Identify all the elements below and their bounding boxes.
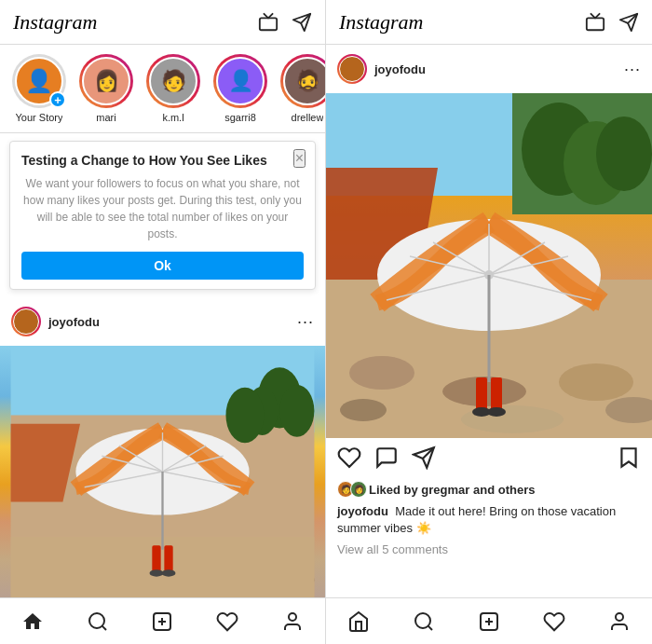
tv-icon-right[interactable] (585, 12, 605, 33)
right-post-avatar-ring (337, 54, 367, 84)
likes-notification-banner: × Testing a Change to How You See Likes … (9, 141, 316, 290)
left-post-avatar (13, 308, 39, 335)
svg-point-44 (349, 356, 414, 390)
nav-profile-right[interactable] (599, 607, 640, 637)
left-post-image (0, 346, 325, 597)
header-icons-left (258, 12, 312, 33)
story-label-mari: mari (96, 112, 115, 123)
right-share-icon[interactable] (412, 445, 436, 470)
left-bottom-nav (0, 597, 325, 644)
send-icon-right[interactable] (618, 12, 639, 33)
left-header: Instagram (0, 0, 325, 45)
svg-rect-60 (476, 377, 487, 410)
nav-search-left[interactable] (77, 607, 118, 637)
left-panel: Instagram (0, 0, 326, 644)
umbrella-svg-right (326, 93, 652, 438)
svg-point-27 (162, 569, 176, 576)
nav-add-right[interactable] (469, 607, 509, 637)
story-your-story[interactable]: 👤 + Your Story (11, 54, 67, 123)
banner-body: We want your followers to focus on what … (21, 175, 304, 242)
story-sgarri8[interactable]: 👤 sgarri8 (212, 54, 268, 123)
right-post-actions (326, 438, 652, 477)
svg-point-41 (596, 116, 652, 191)
nav-heart-left[interactable] (207, 607, 248, 637)
svg-marker-66 (621, 448, 635, 467)
svg-rect-24 (152, 545, 160, 571)
header-icons-right (585, 12, 639, 33)
banner-ok-button[interactable]: Ok (21, 252, 304, 280)
nav-add-left[interactable] (142, 607, 183, 637)
instagram-logo-right: Instagram (339, 10, 423, 34)
add-story-plus[interactable]: + (49, 91, 66, 108)
nav-home-left[interactable] (12, 607, 53, 637)
svg-point-67 (415, 613, 430, 628)
right-post-avatar (339, 56, 365, 82)
right-post-caption: joyofodu Made it out here! Bring on thos… (326, 501, 652, 541)
svg-point-63 (487, 407, 506, 417)
svg-point-28 (89, 613, 104, 628)
svg-rect-34 (587, 18, 604, 30)
tv-icon[interactable] (258, 12, 278, 33)
svg-rect-61 (491, 377, 502, 410)
svg-rect-0 (260, 18, 277, 30)
send-icon-left[interactable] (292, 12, 312, 33)
right-actions-left (337, 445, 436, 470)
right-post-user[interactable]: joyofodu (337, 54, 426, 84)
svg-point-11 (279, 385, 314, 437)
svg-point-47 (340, 399, 387, 421)
nav-profile-left[interactable] (272, 607, 313, 637)
right-save-icon[interactable] (617, 445, 641, 470)
banner-close-button[interactable]: × (293, 149, 306, 168)
left-post-more-icon[interactable]: ··· (297, 312, 314, 332)
stories-row-left: 👤 + Your Story 👩 mari (0, 45, 325, 133)
story-label-your-story: Your Story (16, 112, 63, 123)
story-kml[interactable]: 🧑 k.m.l (145, 54, 201, 123)
right-post-more-icon[interactable]: ··· (624, 60, 641, 79)
right-panel: Instagram joyofodu ··· (326, 0, 652, 644)
svg-line-29 (102, 625, 105, 629)
svg-point-33 (289, 613, 296, 621)
left-post-user[interactable]: joyofodu (11, 307, 100, 336)
right-post-header: joyofodu ··· (326, 45, 652, 93)
left-post-avatar-ring (11, 307, 41, 336)
nav-search-right[interactable] (403, 607, 444, 637)
banner-title: Testing a Change to How You See Likes (21, 153, 304, 168)
right-comment-icon[interactable] (374, 445, 399, 470)
umbrella-svg-left (0, 346, 325, 597)
svg-point-13 (225, 388, 264, 444)
right-post-image (326, 93, 652, 438)
story-label-sgarri8: sgarri8 (224, 112, 256, 123)
left-post-header: joyofodu ··· (0, 297, 325, 346)
svg-point-26 (150, 569, 164, 576)
story-mari[interactable]: 👩 mari (78, 54, 134, 123)
nav-heart-right[interactable] (534, 607, 575, 637)
svg-line-68 (428, 625, 432, 629)
instagram-logo-left: Instagram (13, 10, 97, 34)
story-drellew[interactable]: 🧔 drellew (279, 54, 325, 123)
left-post-username: joyofodu (48, 315, 100, 329)
story-label-drellew: drellew (292, 112, 324, 123)
right-bottom-nav (326, 597, 652, 644)
story-label-kml: k.m.l (162, 112, 183, 123)
right-likes-avatar-2: 👩 (350, 481, 367, 498)
right-comments-link[interactable]: View all 5 comments (326, 541, 652, 562)
right-header: Instagram (326, 0, 652, 45)
nav-home-right[interactable] (338, 607, 379, 637)
right-post-username: joyofodu (374, 62, 426, 76)
right-likes-row: 🧑 👩 Liked by gregmar and others (326, 477, 652, 501)
svg-point-72 (616, 613, 623, 621)
right-like-icon[interactable] (337, 445, 361, 470)
svg-point-46 (559, 363, 633, 401)
right-likes-avatars: 🧑 👩 (337, 481, 363, 498)
right-caption-username: joyofodu (337, 504, 388, 518)
svg-rect-25 (164, 545, 172, 571)
right-likes-text: Liked by gregmar and others (369, 483, 535, 497)
